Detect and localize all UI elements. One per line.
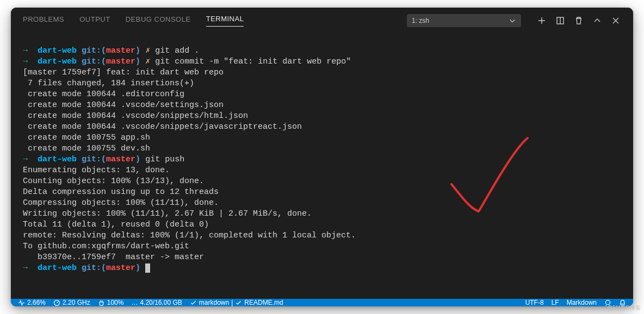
status-battery[interactable]: 100% [95,299,127,306]
plug-icon [98,299,105,306]
terminal-selector-label: 1: zsh [412,17,429,24]
tab-terminal[interactable]: TERMINAL [206,15,244,27]
check-icon [235,299,242,306]
prompt-dirty: ✗ [145,46,150,55]
check-icon [190,299,197,306]
out-line: [master 1759ef7] feat: init dart web rep… [23,68,224,77]
prompt-git: git:( [82,46,106,55]
status-encoding[interactable]: UTF-8 [523,299,547,306]
prompt-branch: master [106,46,135,55]
out-line: remote: Resolving deltas: 100% (1/1), co… [23,231,356,240]
split-terminal-button[interactable] [555,15,566,26]
cmd-line: git commit -m "feat: init dart web repo" [155,57,351,66]
terminal-selector[interactable]: 1: zsh [407,14,521,27]
cmd-line: git add . [155,46,199,55]
maximize-panel-button[interactable] [592,15,603,26]
out-line: create mode 100755 app.sh [23,133,150,142]
tab-debug-console[interactable]: DEBUG CONSOLE [126,15,191,27]
status-memory[interactable]: … 4.20/16.00 GB [128,299,184,306]
tab-output[interactable]: OUTPUT [79,15,110,27]
new-terminal-button[interactable] [536,15,547,26]
cmd-line: git push [145,155,184,164]
out-line: b39370e..1759ef7 master -> master [23,253,204,262]
watermark: @51CTO博客 [607,304,641,312]
out-line: Total 11 (delta 1), reused 0 (delta 0) [23,220,209,229]
status-language-mode[interactable]: Markdown [564,299,599,306]
panel-tabbar: PROBLEMS OUTPUT DEBUG CONSOLE TERMINAL 1… [11,14,633,29]
kill-terminal-button[interactable] [573,15,584,26]
out-line: create mode 100644 .vscode/snippets/java… [23,122,302,131]
out-line: Enumerating objects: 13, done. [23,166,170,175]
editor-window: PROBLEMS OUTPUT DEBUG CONSOLE TERMINAL 1… [11,8,633,306]
out-line: create mode 100644 .editorconfig [23,90,184,99]
status-cpu-speed[interactable]: 2.20 GHz [51,299,93,306]
terminal-cursor [145,263,150,273]
out-line: Compressing objects: 100% (11/11), done. [23,198,219,208]
checkmark-annotation [441,133,538,225]
tab-problems[interactable]: PROBLEMS [23,15,64,27]
out-line: Delta compression using up to 12 threads [23,187,219,197]
status-eol[interactable]: LF [549,299,562,306]
out-line: create mode 100644 .vscode/settings.json [23,101,224,110]
panel-area: PROBLEMS OUTPUT DEBUG CONSOLE TERMINAL 1… [11,8,633,299]
panel-actions [536,15,621,26]
status-language-check[interactable]: markdown | README.md [187,299,286,306]
out-line: Counting objects: 100% (13/13), done. [23,177,204,186]
chevron-down-icon [509,17,516,24]
close-panel-button[interactable] [610,15,621,26]
prompt-arrow: → [23,46,28,55]
pulse-icon [18,299,25,306]
out-line: create mode 100755 dev.sh [23,144,150,153]
status-cpu-pct[interactable]: 2.66% [15,299,48,306]
gauge-icon [53,299,60,306]
out-line: Writing objects: 100% (11/11), 2.67 KiB … [23,209,312,218]
prompt-dir: dart-web [38,46,77,55]
status-bar: 2.66% 2.20 GHz 100% … 4.20/16.00 GB mark… [11,299,633,306]
terminal-output[interactable]: → dart-web git:(master) ✗ git add . → da… [11,29,633,299]
out-line: create mode 100644 .vscode/snippets/html… [23,111,248,121]
out-line: 7 files changed, 184 insertions(+) [23,79,194,88]
out-line: To github.com:xgqfrms/dart-web.git [23,242,189,251]
